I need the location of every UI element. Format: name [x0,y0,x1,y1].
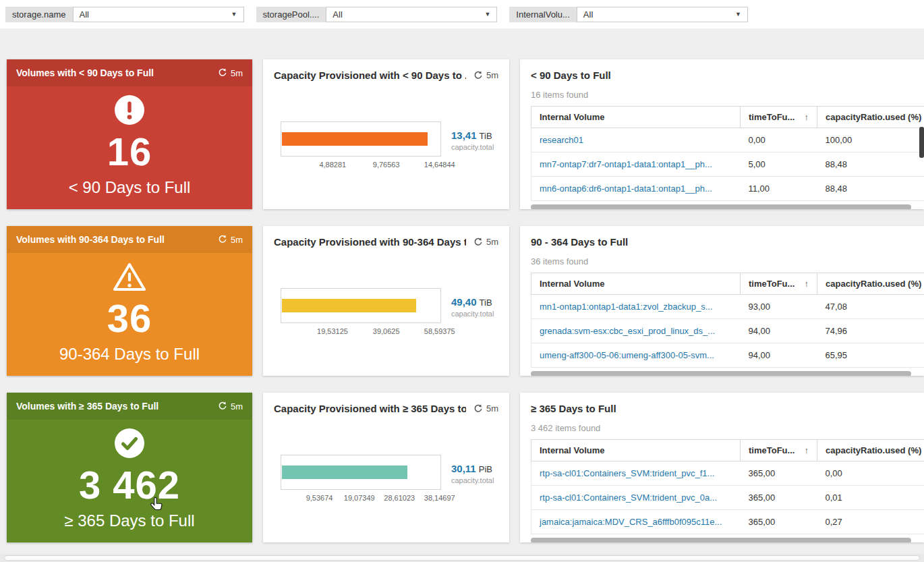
kpi-title: Volumes with < 90 Days to Full [16,67,154,78]
volumes-table: Internal Volume timeToFu...↑ capacityRat… [531,106,924,201]
capacity-value: 13,41 [451,130,477,141]
filter-dropdown[interactable]: All ▼ [577,7,748,22]
items-found-label: 36 items found [531,256,924,266]
filter-selected-value: All [583,9,593,20]
horizontal-scrollbar-thumb[interactable] [531,538,911,542]
bar-chart: 4,88281 9,76563 14,64844 13,41 TiB capac… [274,121,498,171]
refresh-interval-label: 5m [231,68,243,78]
column-header-capacity-ratio[interactable]: capacityRatio.used (%) [817,440,924,461]
chart-card-header: Capacity Provisioned with 90-364 Days t.… [274,236,498,248]
filter-selected-value: All [333,9,342,20]
column-header-capacity-ratio[interactable]: capacityRatio.used (%) [817,107,924,128]
refresh-button[interactable]: 5m [473,70,498,80]
table-header-row: Internal Volume timeToFu...↑ capacityRat… [531,440,924,461]
bar-chart: 9,53674 19,07349 28,61023 38,14697 30,11… [274,455,498,505]
filter-dropdown[interactable]: All ▼ [73,7,244,22]
filter-dropdown[interactable]: All ▼ [326,7,497,22]
chevron-down-icon: ▼ [735,11,741,18]
axis-tick-label: 38,14697 [424,494,455,502]
kpi-card-lt-90-days[interactable]: Volumes with < 90 Days to Full 5m 16 < 9… [7,59,252,209]
capacity-value-line: 30,11 PiB [451,463,494,474]
column-header-time-to-full[interactable]: timeToFu...↑ [741,273,817,295]
volume-link[interactable]: research01 [531,128,741,152]
refresh-button[interactable]: 5m [473,237,498,247]
capacity-metric-label: capacity.total [451,143,494,151]
axis-tick-label: 4,88281 [319,161,346,169]
kpi-card-gte-365-days[interactable]: Volumes with ≥ 365 Days to Full 5m 3 462… [7,393,252,542]
column-header-time-to-full[interactable]: timeToFu...↑ [741,440,817,461]
sort-ascending-icon: ↑ [805,445,809,455]
horizontal-scrollbar[interactable] [531,538,919,542]
kpi-title: Volumes with ≥ 365 Days to Full [16,401,158,412]
time-to-full-cell: 94,00 [741,319,817,343]
chevron-down-icon: ▼ [484,11,490,18]
chart-card-header: Capacity Provisioned with < 90 Days to .… [274,69,498,81]
column-header-capacity-ratio[interactable]: capacityRatio.used (%) [817,273,924,295]
page-horizontal-scrollbar[interactable] [0,554,924,562]
volume-link[interactable]: rtp-sa-cl01:Containers_SVM:trident_pvc_f… [531,461,741,486]
chart-card-gte-365-days: Capacity Provisioned with ≥ 365 Days to.… [263,393,509,542]
capacity-total-block: 49,40 TiB capacity.total [451,296,494,338]
horizontal-scrollbar-thumb[interactable] [531,204,911,209]
capacity-used-cell: 88,48 [817,177,924,201]
capacity-used-cell: 0,27 [817,510,924,534]
horizontal-scrollbar[interactable] [531,371,919,376]
chart-card-lt-90-days: Capacity Provisioned with < 90 Days to .… [263,59,509,209]
refresh-button[interactable]: 5m [473,403,498,414]
volume-link[interactable]: mn6-ontap6:dr6-ontap1-data1:ontap1__ph..… [531,177,741,201]
capacity-bar [282,466,407,479]
axis-tick-label: 14,64844 [424,161,455,169]
column-header-internal-volume[interactable]: Internal Volume [531,273,741,295]
capacity-bar [282,132,428,146]
dashboard-row-lt-90: Volumes with < 90 Days to Full 5m 16 < 9… [7,59,924,209]
filter-selected-value: All [80,9,89,20]
items-found-label: 3 462 items found [531,423,924,433]
refresh-icon [473,237,483,247]
kpi-card-body: 36 90-364 Days to Full [7,253,252,376]
volume-link[interactable]: grenada:svm-esx:cbc_esxi_prod_linux_ds_.… [531,319,741,343]
items-found-label: 16 items found [531,90,924,100]
filter-storage-name: storage.name All ▼ [5,7,244,22]
horizontal-scrollbar-thumb[interactable] [531,371,911,376]
time-to-full-cell: 365,00 [741,486,817,510]
volume-link[interactable]: umeng-aff300-05-06:umeng-aff300-05-svm..… [531,343,741,368]
table-row: mn6-ontap6:dr6-ontap1-data1:ontap1__ph..… [531,177,924,201]
x-axis: 19,53125 39,0625 58,59375 [281,327,441,338]
time-to-full-cell: 365,00 [741,510,817,534]
table-card-90-364-days: 90 - 364 Days to Full 36 items found Int… [520,226,924,376]
refresh-icon [218,235,227,244]
capacity-metric-label: capacity.total [451,310,494,318]
column-header-internal-volume[interactable]: Internal Volume [531,107,741,128]
table-title: 90 - 364 Days to Full [531,236,924,248]
horizontal-scrollbar[interactable] [531,204,919,209]
time-to-full-cell: 5,00 [741,152,817,177]
capacity-total-block: 13,41 TiB capacity.total [451,130,494,171]
column-header-time-to-full[interactable]: timeToFu...↑ [741,107,817,128]
capacity-used-cell: 0,01 [817,486,924,510]
capacity-metric-label: capacity.total [451,476,494,484]
chart-card-90-364-days: Capacity Provisioned with 90-364 Days t.… [263,226,509,376]
volume-link[interactable]: mn7-ontap7:dr7-ontap1-data1:ontap1__ph..… [531,152,741,177]
table-row: mn1-ontap1:ontap1-data1:zvol_zbackup_s..… [531,295,924,319]
kpi-caption: 90-364 Days to Full [59,345,200,364]
capacity-value-line: 13,41 TiB [451,130,494,141]
axis-tick-label: 9,53674 [306,494,333,502]
refresh-button[interactable]: 5m [218,401,243,412]
refresh-button[interactable]: 5m [218,235,243,245]
page-horizontal-scrollbar-thumb[interactable] [4,555,920,561]
vertical-scrollbar-thumb[interactable] [919,127,924,158]
column-header-label: capacityRatio.used (%) [826,112,921,122]
volume-link[interactable]: rtp-sa-cl01:Containers_SVM:trident_pvc_0… [531,486,741,510]
column-header-internal-volume[interactable]: Internal Volume [531,440,741,461]
column-header-label: capacityRatio.used (%) [826,279,921,289]
volume-link[interactable]: jamaica:jamaica:MDV_CRS_a6fffb0f095c11e.… [531,510,741,534]
column-header-label: timeToFu... [749,112,795,122]
chevron-down-icon: ▼ [231,11,237,18]
filter-internal-volume: InternalVolu... All ▼ [509,7,748,22]
volume-link[interactable]: mn1-ontap1:ontap1-data1:zvol_zbackup_s..… [531,295,741,319]
time-to-full-cell: 0,00 [741,128,817,152]
capacity-value: 49,40 [451,296,477,308]
refresh-button[interactable]: 5m [218,68,243,78]
kpi-card-body: 16 < 90 Days to Full [7,86,252,209]
kpi-card-90-364-days[interactable]: Volumes with 90-364 Days to Full 5m 36 9… [7,226,252,376]
